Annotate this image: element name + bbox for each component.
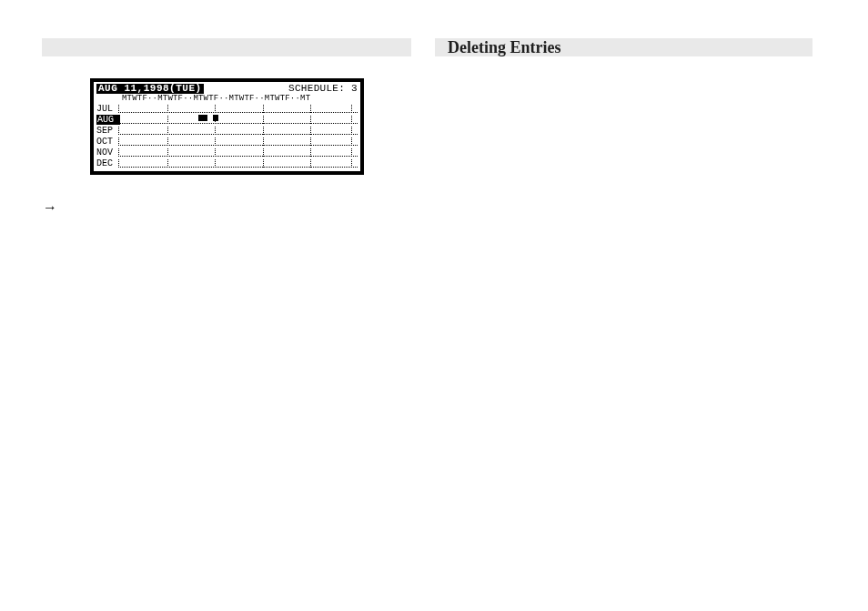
lcd-busy-mark	[198, 115, 207, 121]
left-heading-bar	[42, 38, 411, 56]
lcd-week-header: MTWTF··MTWTF··MTWTF··MTWTF··MTWTF··MT	[96, 94, 358, 103]
lcd-schedule: SCHEDULE: 3	[288, 84, 358, 94]
lcd-month-grid	[120, 148, 358, 157]
lcd-month-row: DEC	[96, 158, 358, 168]
lcd-date: AUG 11,1998(TUE)	[96, 84, 204, 94]
arrow-icon: →	[43, 199, 57, 216]
lcd-month-grid	[120, 126, 358, 135]
lcd-month-row: AUG	[96, 114, 358, 125]
lcd-month-grid	[120, 137, 358, 146]
lcd-month-row: JUL	[96, 103, 358, 114]
lcd-month-row: OCT	[96, 136, 358, 147]
heading-deleting-entries: Deleting Entries	[435, 38, 812, 56]
lcd-month-label: NOV	[96, 148, 120, 158]
lcd-month-label: AUG	[96, 115, 120, 125]
lcd-screenshot: AUG 11,1998(TUE) SCHEDULE: 3 MTWTF··MTWT…	[90, 78, 364, 175]
lcd-month-grid	[120, 104, 358, 113]
lcd-month-row: NOV	[96, 147, 358, 158]
lcd-month-label: SEP	[96, 126, 120, 136]
lcd-month-grid	[120, 115, 358, 124]
lcd-month-label: DEC	[96, 158, 120, 168]
lcd-month-label: OCT	[96, 137, 120, 147]
lcd-month-grid	[120, 158, 358, 168]
lcd-busy-mark	[213, 115, 218, 121]
lcd-month-label: JUL	[96, 104, 120, 114]
lcd-month-row: SEP	[96, 125, 358, 136]
